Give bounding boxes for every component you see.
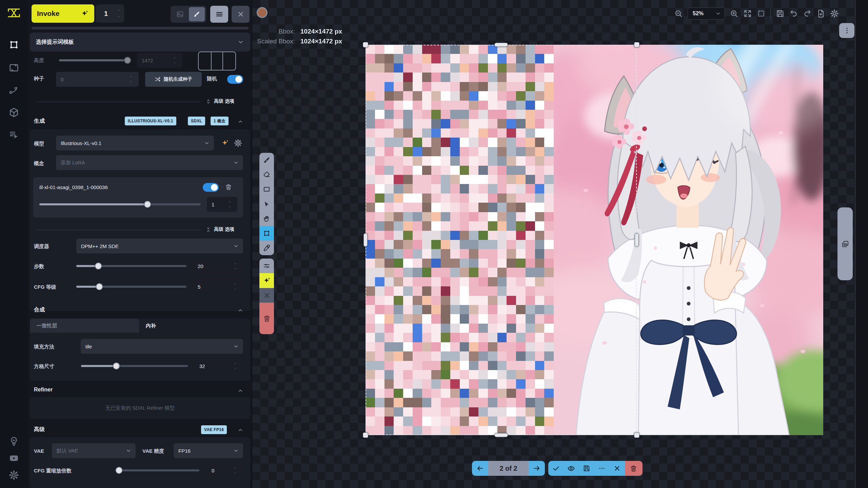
collapse-section-icon[interactable] xyxy=(237,388,243,394)
chevron-up-icon[interactable] xyxy=(129,75,133,78)
panel-close-button[interactable] xyxy=(232,6,250,23)
tab-workflows[interactable] xyxy=(7,83,21,97)
scheduler-select[interactable]: DPM++ 2M SDE xyxy=(76,239,243,253)
steps-slider[interactable] xyxy=(76,265,186,267)
collapse-section-icon[interactable] xyxy=(237,307,243,313)
panel-menu-button[interactable] xyxy=(210,6,228,23)
zoom-in-icon[interactable] xyxy=(730,9,738,18)
tile-size-input[interactable]: 32 xyxy=(195,359,243,373)
bbox-handle-bottom-left[interactable] xyxy=(363,432,368,438)
height-input[interactable]: 1472 xyxy=(137,53,182,68)
chevron-up-icon[interactable] xyxy=(228,200,232,203)
discard-result-button[interactable] xyxy=(610,461,625,476)
bbox-handle-top-left[interactable] xyxy=(363,42,368,47)
rect-tool-button[interactable] xyxy=(259,182,274,197)
model-select[interactable]: Illustrious-XL-v0.1 xyxy=(56,136,214,150)
bbox-handle-left[interactable] xyxy=(363,233,368,247)
zoom-out-icon[interactable] xyxy=(674,9,683,18)
image-viewer-toggle[interactable] xyxy=(172,7,188,21)
lora-weight-input[interactable]: 1 xyxy=(207,197,237,212)
colorpicker-tool-button[interactable] xyxy=(259,241,274,255)
move-tool-button[interactable] xyxy=(259,197,274,211)
pan-tool-button[interactable] xyxy=(259,211,274,226)
model-default-settings-icon[interactable] xyxy=(221,139,229,147)
tab-models[interactable] xyxy=(7,106,21,119)
bbox-handle-top[interactable] xyxy=(494,43,508,47)
redo-icon[interactable] xyxy=(803,9,812,18)
discard-all-button[interactable] xyxy=(625,461,643,476)
prev-result-button[interactable] xyxy=(472,461,488,476)
bbox-handle-right[interactable] xyxy=(635,233,639,247)
vae-select[interactable]: 默认 VAE xyxy=(52,443,136,458)
generate-sparkle-button[interactable] xyxy=(259,273,274,288)
lora-enabled-toggle[interactable] xyxy=(203,183,219,192)
eraser-tool-button[interactable] xyxy=(259,167,274,182)
chevron-down-icon[interactable] xyxy=(233,267,237,270)
invoke-button[interactable]: Invoke xyxy=(32,4,94,23)
advanced-options-toggle[interactable]: 高级 选项 xyxy=(205,226,234,232)
tab-upscaling[interactable] xyxy=(7,61,21,75)
steps-input[interactable]: 20 xyxy=(193,259,243,273)
infill-method-select[interactable]: tile xyxy=(81,339,243,354)
prompt-template-select[interactable]: 选择提示词模板 xyxy=(30,33,250,52)
tab-queue[interactable] xyxy=(7,128,21,142)
brush-tool-button[interactable] xyxy=(259,153,274,167)
chevron-down-icon[interactable] xyxy=(173,61,177,64)
bbox-handle-bottom[interactable] xyxy=(494,433,508,437)
tab-inpaint[interactable]: 内补 xyxy=(146,319,156,333)
active-color-swatch[interactable] xyxy=(257,7,268,18)
chevron-down-icon[interactable] xyxy=(233,288,237,291)
youtube-button[interactable] xyxy=(7,451,21,465)
help-button[interactable] xyxy=(7,434,21,448)
cfg-input[interactable]: 5 xyxy=(193,279,243,294)
bbox-tool-button[interactable] xyxy=(259,226,274,241)
chevron-up-icon[interactable] xyxy=(173,56,177,59)
iterations-stepper[interactable]: 1 xyxy=(96,4,124,23)
bbox-handle-top-right[interactable] xyxy=(634,42,639,47)
lora-weight-slider[interactable] xyxy=(39,203,201,205)
tile-size-slider[interactable] xyxy=(81,365,188,367)
randomize-seed-button[interactable]: 随机生成种子 xyxy=(145,72,202,87)
model-settings-gear-icon[interactable] xyxy=(234,139,242,147)
seed-input[interactable]: 0 xyxy=(56,72,139,87)
advanced-options-toggle[interactable]: 高级 选项 xyxy=(205,98,234,104)
chevron-down-icon[interactable] xyxy=(129,80,133,83)
fit-bbox-icon[interactable] xyxy=(757,9,766,18)
fit-to-view-icon[interactable] xyxy=(743,9,752,18)
tab-coherence[interactable]: 一致性层 xyxy=(30,319,139,333)
cfg-rescale-slider[interactable] xyxy=(116,469,199,471)
chevron-up-icon[interactable] xyxy=(233,262,237,265)
next-result-button[interactable] xyxy=(529,461,545,476)
save-canvas-icon[interactable] xyxy=(776,9,785,18)
lora-trash-icon[interactable] xyxy=(225,183,232,191)
vae-precision-select[interactable]: FP16 xyxy=(174,443,243,458)
canvas-settings-gear-icon[interactable] xyxy=(830,9,839,18)
gallery-panel-toggle[interactable] xyxy=(837,207,853,280)
accept-result-button[interactable] xyxy=(548,461,564,476)
delete-layer-button[interactable] xyxy=(259,303,274,334)
height-slider[interactable] xyxy=(59,59,131,61)
chevron-down-icon[interactable] xyxy=(116,15,121,19)
cancel-button[interactable] xyxy=(259,288,274,303)
save-result-button[interactable] xyxy=(579,461,594,476)
chevron-down-icon[interactable] xyxy=(228,205,232,208)
bbox-handle-bottom-right[interactable] xyxy=(634,432,639,438)
filters-button[interactable] xyxy=(259,259,274,273)
add-lora-select[interactable]: 添加 LoRA xyxy=(56,155,243,170)
zoom-level-select[interactable]: 52% xyxy=(688,7,725,20)
chevron-up-icon[interactable] xyxy=(233,466,237,469)
random-seed-toggle[interactable] xyxy=(227,75,243,84)
canvas-editor-toggle[interactable] xyxy=(189,7,205,21)
chevron-up-icon[interactable] xyxy=(233,362,237,365)
settings-button[interactable] xyxy=(7,468,21,482)
cfg-rescale-input[interactable]: 0 xyxy=(207,463,243,478)
cfg-slider[interactable] xyxy=(76,286,186,288)
collapse-section-icon[interactable] xyxy=(237,427,243,433)
chevron-up-icon[interactable] xyxy=(233,283,237,286)
new-session-icon[interactable] xyxy=(816,9,825,18)
generation-bbox[interactable] xyxy=(366,45,637,435)
toggle-preview-button[interactable] xyxy=(564,461,579,476)
chevron-up-icon[interactable] xyxy=(116,8,121,12)
collapse-section-icon[interactable] xyxy=(237,119,243,125)
undo-icon[interactable] xyxy=(789,9,798,18)
